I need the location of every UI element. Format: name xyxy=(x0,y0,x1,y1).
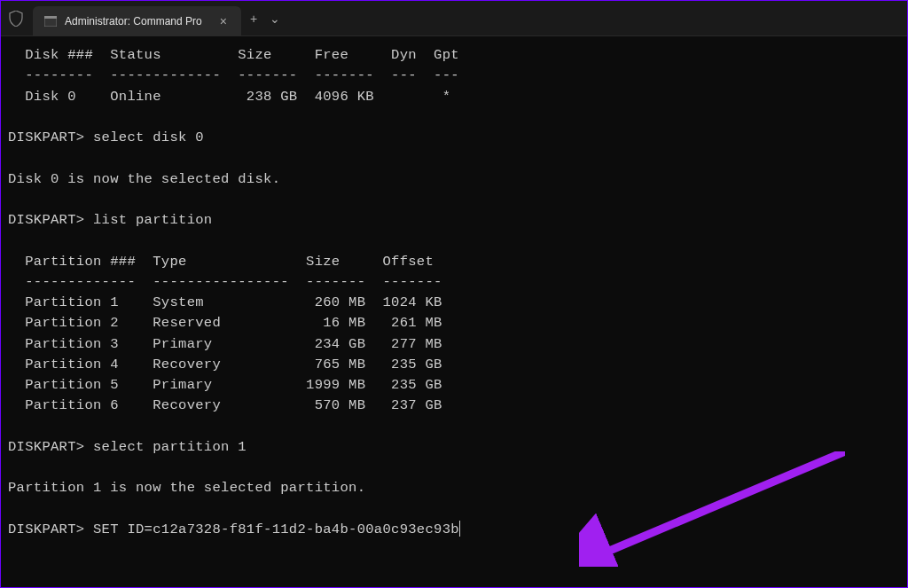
partition-table-header: Partition ### Type Size Offset xyxy=(8,254,434,270)
window-titlebar: Administrator: Command Pro × + ⌄ xyxy=(1,1,907,36)
titlebar-controls: + ⌄ xyxy=(250,12,280,26)
tab-title: Administrator: Command Pro xyxy=(65,15,202,27)
partition-row: Partition 1 System 260 MB 1024 KB xyxy=(8,294,442,310)
prompt: DISKPART> xyxy=(8,439,93,455)
response-text: Disk 0 is now the selected disk. xyxy=(8,171,280,187)
tab[interactable]: Administrator: Command Pro × xyxy=(33,6,241,36)
tab-close-button[interactable]: × xyxy=(216,12,231,30)
tab-dropdown-button[interactable]: ⌄ xyxy=(270,12,280,26)
prompt: DISKPART> xyxy=(8,212,93,228)
command-text: SET ID=c12a7328-f81f-11d2-ba4b-00a0c93ec… xyxy=(93,521,459,537)
partition-row: Partition 4 Recovery 765 MB 235 GB xyxy=(8,357,442,372)
shield-icon xyxy=(8,9,24,28)
prompt: DISKPART> xyxy=(8,521,93,537)
terminal-icon xyxy=(43,14,58,28)
prompt: DISKPART> xyxy=(8,129,93,145)
svg-rect-1 xyxy=(44,16,57,19)
disk-table-header: Disk ### Status Size Free Dyn Gpt xyxy=(8,47,459,63)
partition-table-divider: ------------- ---------------- ------- -… xyxy=(8,274,442,290)
text-cursor xyxy=(459,521,460,537)
command-text: select disk 0 xyxy=(93,129,204,145)
partition-row: Partition 5 Primary 1999 MB 235 GB xyxy=(8,377,442,393)
response-text: Partition 1 is now the selected partitio… xyxy=(8,480,365,496)
partition-row: Partition 6 Recovery 570 MB 237 GB xyxy=(8,397,442,413)
partition-row: Partition 2 Reserved 16 MB 261 MB xyxy=(8,315,442,331)
partition-row: Partition 3 Primary 234 GB 277 MB xyxy=(8,336,442,352)
terminal-output[interactable]: Disk ### Status Size Free Dyn Gpt ------… xyxy=(1,36,907,587)
command-text: select partition 1 xyxy=(93,439,247,455)
disk-table-divider: -------- ------------- ------- ------- -… xyxy=(8,67,459,83)
new-tab-button[interactable]: + xyxy=(250,12,257,26)
disk-table-row: Disk 0 Online 238 GB 4096 KB * xyxy=(8,89,450,105)
command-text: list partition xyxy=(93,212,212,228)
